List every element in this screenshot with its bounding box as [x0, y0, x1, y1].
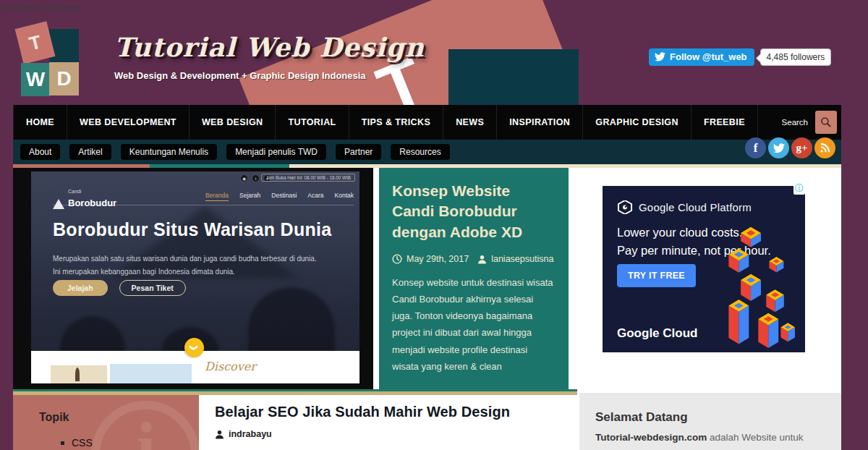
topics-title: Topik [39, 411, 69, 424]
hero-nav-sejarah: Sejarah [239, 192, 260, 201]
hero-navigation: Beranda Sejarah Destinasi Acara Kontak [205, 192, 354, 201]
nav-item-web-development[interactable]: WEB DEVELOPMENT [67, 105, 190, 140]
hero-description: Merupakan salah satu situs warisan dunia… [53, 252, 317, 278]
twitter-follow-label: Follow @tut_web [670, 51, 747, 62]
twitter-followers-count[interactable]: 4,485 followers [760, 48, 832, 66]
twitter-icon[interactable] [768, 137, 789, 158]
hero-title: Borobudur Situs Warisan Dunia [53, 219, 332, 240]
ad-brand-row: Google Cloud Platform [617, 200, 752, 214]
google-cloud-ad[interactable]: Google Cloud Platform Lower your cloud c… [603, 186, 805, 352]
subnav-item-about[interactable]: About [20, 144, 60, 160]
welcome-box: Selamat Datang Tutorial-webdesign.com ad… [579, 393, 841, 450]
ad-cta-button[interactable]: TRY IT FREE [617, 264, 696, 287]
search-area: Search [782, 105, 841, 140]
post-author[interactable]: indrabayu [229, 429, 272, 439]
twitter-bird-icon [655, 52, 665, 61]
nav-item-graphic-design[interactable]: GRAPHIC DESIGN [583, 105, 692, 140]
nav-item-tutorial[interactable]: TUTORIAL [276, 105, 349, 140]
info-watermark-icon [91, 401, 199, 450]
ad-info-icon[interactable]: ⓘ [793, 183, 805, 195]
hero-header-divider [53, 205, 354, 205]
hero-thumbnail-1 [51, 365, 107, 383]
hero-logo-bottom: Borobudur [68, 198, 116, 208]
subnav-item-keuntungan-menulis[interactable]: Keuntungan Menulis [121, 144, 217, 160]
post-panel: Belajar SEO Jika Sudah Mahir Web Design … [200, 395, 577, 450]
logo-tile-w: W [21, 63, 50, 96]
site-tagline: Web Design & Development + Graphic Desig… [114, 70, 366, 81]
featured-article-panel: Konsep Website Candi Borobudur dengan Ad… [379, 168, 569, 389]
featured-article-date: May 29th, 2017 [407, 254, 469, 264]
hero-nav-acara: Acara [307, 192, 323, 201]
featured-article-title[interactable]: Konsep Website Candi Borobudur dengan Ad… [392, 181, 556, 242]
hero-nav-destinasi: Destinasi [271, 192, 297, 201]
subnav-item-artikel[interactable]: Artikel [69, 144, 111, 160]
nav-item-tips-tricks[interactable]: TIPS & TRICKS [349, 105, 443, 140]
hero-explore-button: Jelajah [53, 280, 108, 296]
nav-item-web-design[interactable]: WEB DESIGN [190, 105, 276, 140]
hero-ticket-button: Pesan Tiket [119, 280, 186, 296]
subnav-item-resources[interactable]: Resources [391, 144, 449, 160]
google-cloud-logo-icon [617, 200, 633, 214]
nav-item-home[interactable]: HOME [13, 105, 67, 140]
logo-tile-navy [49, 29, 79, 62]
author-icon [215, 430, 224, 439]
clock-icon [392, 254, 402, 264]
topics-sidebar: Topik CSS [13, 395, 199, 450]
site-logo[interactable]: T W D [14, 22, 83, 98]
chevron-down-icon: ❯ [184, 338, 204, 357]
hero-hours-badge: Jam Buka Hari Ini: 08.00 WIB - 18.00 WIB [261, 174, 355, 182]
hero-nav-beranda: Beranda [205, 192, 229, 201]
search-label: Search [782, 118, 808, 127]
nav-item-inspiration[interactable]: INSPIRATION [497, 105, 583, 140]
welcome-title: Selamat Datang [595, 410, 825, 425]
site-header: T T W D Tutorial Web Design Web Design &… [0, 0, 868, 105]
subnav-item-partner[interactable]: Partner [336, 144, 381, 160]
nav-item-news[interactable]: NEWS [443, 105, 497, 140]
search-icon [820, 116, 832, 128]
logo-tile-d: D [49, 62, 79, 95]
main-navigation: HOME WEB DEVELOPMENT WEB DESIGN TUTORIAL… [13, 105, 841, 140]
subnav-item-menjadi-penulis-twd[interactable]: Menjadi penulis TWD [226, 144, 326, 160]
rss-icon[interactable] [814, 137, 835, 158]
hero-thumbnail-2 [110, 364, 192, 383]
featured-article-author[interactable]: laniasepsutisna [491, 254, 553, 264]
google-plus-icon[interactable]: g+ [791, 137, 812, 158]
ad-brand-text: Google Cloud Platform [639, 201, 752, 213]
hero-logo-top: Candi [68, 189, 81, 194]
temple-icon [53, 199, 64, 209]
featured-article-excerpt: Konsep website untuk destinasi wisata Ca… [392, 274, 556, 375]
section-divider [13, 389, 577, 395]
topic-item-css[interactable]: CSS [61, 437, 93, 449]
decorative-teal-block [448, 49, 579, 105]
hero-screenshot: ◉ t f Jam Buka Hari Ini: 08.00 WIB - 18.… [31, 171, 359, 383]
twitter-widget: Follow @tut_web 4,485 followers [649, 48, 831, 66]
social-links: f g+ [745, 137, 835, 158]
site-title[interactable]: Tutorial Web Design [114, 32, 425, 62]
welcome-text: Tutorial-webdesign.com adalah Website un… [595, 432, 825, 443]
nav-item-freebie[interactable]: FREEBIE [692, 105, 758, 140]
twitter-follow-button[interactable]: Follow @tut_web [649, 48, 754, 66]
bullet-icon [61, 441, 64, 445]
hero-discover-text: Discover [205, 360, 256, 373]
post-author-row: indrabayu [215, 429, 577, 439]
post-title[interactable]: Belajar SEO Jika Sudah Mahir Web Design [215, 404, 577, 420]
ad-footer-brand: Google Cloud [617, 326, 697, 341]
hero-nav-kontak: Kontak [335, 192, 354, 201]
isometric-cubes-illustration [705, 224, 798, 348]
featured-article-meta: May 29th, 2017 laniasepsutisna [392, 254, 556, 264]
facebook-icon[interactable]: f [745, 137, 766, 158]
search-button[interactable] [815, 111, 837, 134]
featured-article-image[interactable]: ◉ t f Jam Buka Hari Ini: 08.00 WIB - 18.… [13, 168, 373, 389]
hero-twitter-icon: t [252, 174, 260, 182]
secondary-navigation: About Artikel Keuntungan Menulis Menjadi… [13, 140, 841, 164]
hero-buttons: Jelajah Pesan Tiket [53, 280, 186, 296]
logo-tile-t: T [15, 21, 56, 64]
hero-instagram-icon: ◉ [240, 174, 248, 182]
author-icon [477, 255, 487, 264]
